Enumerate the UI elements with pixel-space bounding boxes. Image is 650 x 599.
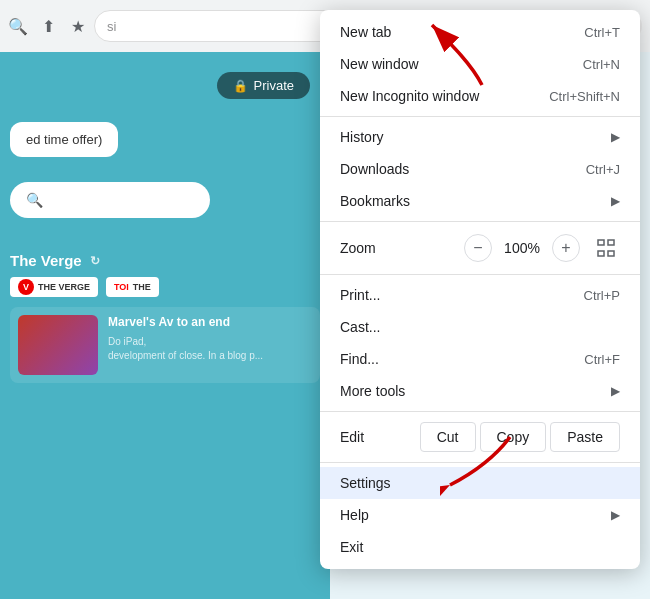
fullscreen-button[interactable] [592,234,620,262]
new-window-shortcut: Ctrl+N [583,57,620,72]
verge-logo-2: TOI THE [106,277,159,297]
new-tab-label: New tab [340,24,391,40]
menu-item-bookmarks[interactable]: Bookmarks ▶ [320,185,640,217]
zoom-controls: − 100% + [464,234,580,262]
divider-4 [320,411,640,412]
page-search-icon: 🔍 [26,192,43,208]
menu-item-exit[interactable]: Exit [320,531,640,563]
help-label: Help [340,507,369,523]
help-arrow-icon: ▶ [611,508,620,522]
bookmarks-label: Bookmarks [340,193,410,209]
zoom-row: Zoom − 100% + [320,226,640,270]
bookmark-icon[interactable]: ★ [68,16,88,36]
find-shortcut: Ctrl+F [584,352,620,367]
cast-label: Cast... [340,319,380,335]
downloads-shortcut: Ctrl+J [586,162,620,177]
page-search-box[interactable]: 🔍 [10,182,210,218]
page-content: 🔒 Private ed time offer) 🔍 The Verge ↻ V… [0,52,330,599]
svg-rect-1 [608,240,614,245]
new-tab-shortcut: Ctrl+T [584,25,620,40]
exit-label: Exit [340,539,363,555]
share-icon[interactable]: ⬆ [38,16,58,36]
address-bar[interactable]: si [94,10,346,42]
settings-label: Settings [340,475,391,491]
menu-item-help[interactable]: Help ▶ [320,499,640,531]
history-label: History [340,129,384,145]
toi-icon: TOI [114,282,129,292]
menu-item-more-tools[interactable]: More tools ▶ [320,375,640,407]
menu-item-print[interactable]: Print... Ctrl+P [320,279,640,311]
new-window-label: New window [340,56,419,72]
paste-button[interactable]: Paste [550,422,620,452]
zoom-minus-button[interactable]: − [464,234,492,262]
news-item: Marvel's Av to an end Do iPad, developme… [10,307,320,383]
news-headline: Marvel's Av to an end [108,315,312,331]
print-label: Print... [340,287,380,303]
news-thumbnail [18,315,98,375]
print-shortcut: Ctrl+P [584,288,620,303]
more-tools-label: More tools [340,383,405,399]
divider-2 [320,221,640,222]
verge-logo-1: V THE VERGE [10,277,98,297]
svg-rect-0 [598,240,604,245]
zoom-icon[interactable]: 🔍 [8,16,28,36]
downloads-label: Downloads [340,161,409,177]
divider-1 [320,116,640,117]
incognito-shortcut: Ctrl+Shift+N [549,89,620,104]
news-body: Do iPad, development of close. In a blog… [108,335,312,363]
find-label: Find... [340,351,379,367]
annotation-arrow-bottom [440,427,520,501]
verge-title: The Verge ↻ [10,252,320,269]
annotation-arrow-top [422,15,502,99]
zoom-value: 100% [504,240,540,256]
svg-rect-2 [598,251,604,256]
history-arrow-icon: ▶ [611,130,620,144]
menu-item-history[interactable]: History ▶ [320,121,640,153]
divider-3 [320,274,640,275]
menu-item-cast[interactable]: Cast... [320,311,640,343]
refresh-icon[interactable]: ↻ [90,254,100,268]
edit-label: Edit [340,429,416,445]
address-text: si [107,19,116,34]
offer-text: ed time offer) [10,122,118,157]
bookmarks-arrow-icon: ▶ [611,194,620,208]
menu-item-find[interactable]: Find... Ctrl+F [320,343,640,375]
zoom-label: Zoom [340,240,452,256]
more-tools-arrow-icon: ▶ [611,384,620,398]
toolbar-nav-icons: 🔍 ⬆ ★ [8,16,88,36]
verge-section: The Verge ↻ V THE VERGE TOI THE Marvel's… [10,252,320,383]
private-badge: 🔒 Private [217,72,310,99]
zoom-plus-button[interactable]: + [552,234,580,262]
verge-logos: V THE VERGE TOI THE [10,277,320,297]
news-text: Marvel's Av to an end Do iPad, developme… [108,315,312,375]
svg-rect-3 [608,251,614,256]
verge-v-icon: V [18,279,34,295]
menu-item-downloads[interactable]: Downloads Ctrl+J [320,153,640,185]
